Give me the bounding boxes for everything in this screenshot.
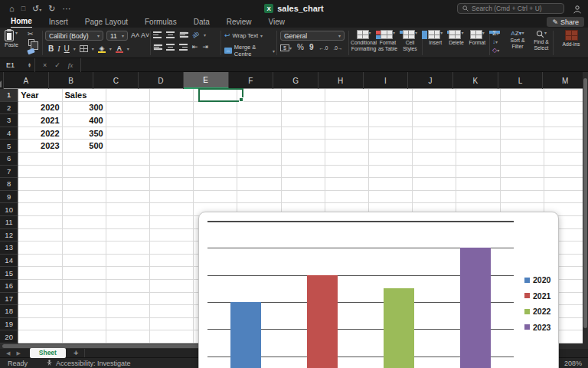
cell-F6[interactable] (237, 153, 281, 166)
tab-view[interactable]: View (269, 18, 286, 28)
cell-C12[interactable] (106, 229, 150, 242)
cell-K4[interactable] (456, 127, 500, 140)
align-middle-button[interactable] (166, 31, 175, 38)
cell-B15[interactable] (63, 267, 106, 280)
row-header-12[interactable]: 12 (0, 229, 18, 242)
cell-C3[interactable] (106, 114, 150, 127)
cell-G3[interactable] (282, 114, 325, 127)
cell-H4[interactable] (325, 127, 369, 140)
cell-D12[interactable] (150, 229, 194, 242)
cell-M1[interactable] (544, 89, 588, 102)
cell-L3[interactable] (501, 114, 544, 127)
cell-I7[interactable] (369, 166, 413, 179)
cell-C5[interactable] (106, 140, 150, 153)
cell-D14[interactable] (150, 255, 194, 268)
cell-M6[interactable] (544, 153, 588, 166)
cell-A5[interactable]: 2023 (18, 140, 62, 153)
column-header-F[interactable]: F (229, 72, 274, 89)
cell-B12[interactable] (63, 229, 106, 242)
select-all-corner[interactable] (0, 72, 4, 89)
align-center-button[interactable] (166, 44, 175, 51)
cell-E7[interactable] (194, 166, 237, 179)
cell-B10[interactable] (63, 203, 106, 216)
orientation-button[interactable]: ab (191, 30, 200, 39)
delete-cells-button[interactable]: ×▾ Delete (446, 28, 466, 58)
font-color-button[interactable]: A (116, 45, 123, 53)
active-cell-selection[interactable] (198, 88, 244, 102)
cell-L7[interactable] (501, 166, 544, 179)
insert-function-icon[interactable]: fx (68, 61, 74, 69)
increase-indent-button[interactable]: ⇥ (203, 44, 209, 51)
cell-F7[interactable] (237, 166, 281, 179)
cell-I8[interactable] (369, 178, 413, 191)
cell-L4[interactable] (501, 127, 544, 140)
cell-M9[interactable] (544, 191, 588, 204)
grow-font-button[interactable]: A˄ (131, 31, 139, 39)
cell-K1[interactable] (456, 89, 500, 102)
cell-C15[interactable] (106, 267, 150, 280)
cell-C4[interactable] (106, 127, 150, 140)
cell-B18[interactable] (63, 305, 106, 318)
cell-D13[interactable] (150, 242, 194, 255)
column-header-L[interactable]: L (498, 72, 544, 89)
cell-H8[interactable] (325, 178, 369, 191)
cell-A15[interactable] (18, 267, 62, 280)
cell-J5[interactable] (413, 140, 456, 153)
cell-B11[interactable] (63, 216, 106, 229)
column-header-I[interactable]: I (364, 72, 409, 89)
row-header-1[interactable]: 1 (0, 89, 18, 102)
cell-G9[interactable] (282, 191, 325, 204)
addins-button[interactable]: Add-ins (556, 28, 586, 58)
cell-D5[interactable] (150, 140, 194, 153)
cancel-icon[interactable]: × (43, 61, 47, 69)
row-header-15[interactable]: 15 (0, 267, 18, 280)
cell-C7[interactable] (106, 166, 150, 179)
cell-B3[interactable]: 400 (63, 114, 106, 127)
row-header-6[interactable]: 6 (0, 153, 18, 166)
conditional-formatting-button[interactable]: ▾ ConditionalFormatting (351, 28, 377, 58)
cell-D3[interactable] (150, 114, 194, 127)
cell-H2[interactable] (325, 102, 369, 115)
cell-M3[interactable] (544, 114, 588, 127)
font-size-select[interactable]: 11▾ (106, 31, 128, 41)
column-header-B[interactable]: B (49, 72, 94, 89)
cell-A18[interactable] (18, 305, 62, 318)
cell-B14[interactable] (63, 255, 106, 268)
cell-A10[interactable] (18, 203, 62, 216)
vertical-scrollbar[interactable] (583, 72, 588, 343)
vertical-scrollbar-thumb[interactable] (583, 78, 587, 328)
bar-chart-object[interactable]: 2020202120222023 (198, 212, 559, 368)
cell-M2[interactable] (544, 102, 588, 115)
row-header-8[interactable]: 8 (0, 178, 18, 191)
accounting-format-button[interactable]: $▾ (280, 44, 292, 51)
cell-C1[interactable] (106, 89, 150, 102)
font-color-dropdown[interactable]: ▾ (127, 46, 129, 51)
align-top-button[interactable] (153, 31, 162, 38)
cell-F9[interactable] (237, 191, 281, 204)
cell-L1[interactable] (501, 89, 544, 102)
cell-C9[interactable] (106, 191, 150, 204)
cell-B4[interactable]: 350 (63, 127, 106, 140)
wrap-text-button[interactable]: ↩ Wrap Text ▾ (224, 31, 263, 39)
row-header-20[interactable]: 20 (0, 330, 18, 343)
column-header-G[interactable]: G (273, 72, 318, 89)
cell-A13[interactable] (18, 242, 62, 255)
cell-E4[interactable] (194, 127, 237, 140)
cell-F5[interactable] (237, 140, 281, 153)
cell-G1[interactable] (282, 89, 325, 102)
cell-C13[interactable] (106, 242, 150, 255)
align-right-button[interactable] (179, 44, 188, 51)
cell-D6[interactable] (150, 153, 194, 166)
cell-A12[interactable] (18, 229, 62, 242)
row-header-13[interactable]: 13 (0, 242, 18, 255)
column-header-D[interactable]: D (139, 72, 184, 89)
row-header-9[interactable]: 9 (0, 191, 18, 204)
cell-D8[interactable] (150, 178, 194, 191)
undo-icon[interactable]: ↺▾ (32, 5, 41, 13)
cell-L2[interactable] (501, 102, 544, 115)
fill-color-dropdown[interactable]: ▾ (109, 46, 112, 51)
cell-D19[interactable] (150, 318, 194, 331)
cell-H1[interactable] (325, 89, 369, 102)
cell-B9[interactable] (63, 191, 106, 204)
cell-D17[interactable] (150, 293, 194, 306)
